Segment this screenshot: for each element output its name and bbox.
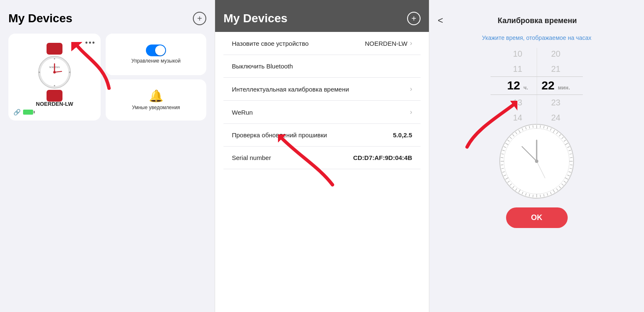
hour-12-selected: 12 ч.	[499, 76, 537, 95]
watch-image: NOERDEN	[31, 43, 78, 97]
svg-line-47	[533, 195, 533, 197]
feature-card-notifications[interactable]: 🔔 Умные уведомления	[106, 79, 206, 121]
panel1-header: My Devices +	[8, 12, 206, 25]
minutes-column[interactable]: 20 21 22 мин. 23 24	[537, 48, 575, 123]
min-23: 23	[537, 95, 575, 110]
hour-unit: ч.	[523, 84, 528, 91]
hour-13: 13	[499, 95, 537, 110]
svg-line-75	[533, 125, 533, 128]
settings-item-bluetooth[interactable]: Выключить Bluetooth	[223, 55, 421, 78]
panel2-header: My Devices +	[215, 0, 429, 32]
chevron-icon-werun: ›	[410, 108, 412, 116]
settings-label-calibration: Интеллектуальная калибровка времени	[232, 86, 349, 93]
svg-point-11	[69, 72, 70, 73]
panel2-title: My Devices	[223, 12, 288, 25]
settings-item-werun[interactable]: WeRun ›	[223, 101, 421, 124]
hour-11: 11	[499, 61, 537, 76]
panel-time-calibration: < Калибровка времени Укажите время, отоб…	[429, 0, 644, 312]
back-button[interactable]: <	[438, 15, 443, 26]
device-name: NOERDEN-LW	[13, 101, 96, 107]
hour-10: 10	[499, 48, 537, 61]
music-label: Управление музыкой	[131, 58, 180, 64]
min-21: 21	[537, 61, 575, 76]
svg-point-7	[53, 71, 56, 73]
svg-line-45	[540, 195, 540, 197]
svg-point-79	[535, 160, 538, 163]
devices-grid: ••• NOERDEN	[8, 34, 206, 121]
panel2-add-button[interactable]: +	[407, 12, 421, 25]
link-icon: 🔗	[13, 109, 21, 115]
svg-line-60	[501, 165, 503, 165]
device-status: 🔗	[13, 109, 96, 115]
hour-14: 14	[499, 110, 537, 123]
svg-rect-0	[47, 43, 62, 55]
svg-line-32	[570, 165, 573, 165]
notifications-label: Умные уведомления	[132, 105, 180, 110]
svg-point-10	[39, 72, 40, 73]
settings-item-name[interactable]: Назовите свое устройство NOERDEN-LW ›	[223, 32, 421, 55]
panel3-header: < Калибровка времени	[438, 12, 636, 26]
hours-column[interactable]: 10 11 12 ч. 13 14	[499, 48, 537, 123]
svg-line-30	[570, 157, 573, 158]
add-device-button[interactable]: +	[193, 12, 206, 25]
serial-number-value: CD:D7:AF:9D:04:4B	[353, 154, 412, 161]
min-22-selected: 22 мин.	[537, 76, 575, 95]
ok-button[interactable]: OK	[506, 207, 568, 228]
svg-rect-1	[47, 90, 62, 102]
feature-card-music[interactable]: Управление музыкой	[106, 34, 206, 75]
settings-list: Назовите свое устройство NOERDEN-LW › Вы…	[223, 32, 421, 169]
settings-item-calibration[interactable]: Интеллектуальная калибровка времени ›	[223, 78, 421, 101]
min-20: 20	[537, 48, 575, 61]
settings-label-bluetooth: Выключить Bluetooth	[232, 63, 293, 70]
settings-item-serial[interactable]: Serial number CD:D7:AF:9D:04:4B	[223, 147, 421, 169]
settings-label-serial: Serial number	[232, 154, 271, 161]
settings-label-werun: WeRun	[232, 109, 253, 116]
svg-point-8	[54, 58, 55, 60]
chevron-icon-calibration: ›	[410, 85, 412, 93]
time-picker[interactable]: 10 11 12 ч. 13 14 20 21 22 мин. 23 24	[438, 48, 636, 123]
panel1-title: My Devices	[8, 12, 73, 25]
device-card-noerden[interactable]: ••• NOERDEN	[8, 34, 101, 121]
minute-unit: мин.	[558, 84, 570, 91]
panel-device-settings: My Devices + Назовите свое устройство NO…	[215, 0, 429, 312]
settings-label-firmware: Проверка обновлений прошивки	[232, 131, 327, 139]
panel-my-devices: My Devices + ••• NOERDEN	[0, 0, 215, 312]
svg-point-9	[54, 85, 55, 87]
firmware-version: 5.0,2.5	[393, 131, 412, 139]
chevron-icon-name: ›	[410, 39, 412, 47]
battery-indicator	[23, 110, 33, 115]
settings-label-name: Назовите свое устройство	[232, 40, 309, 47]
calibration-title: Калибровка времени	[448, 16, 636, 25]
settings-item-firmware[interactable]: Проверка обновлений прошивки 5.0,2.5	[223, 124, 421, 147]
svg-line-62	[501, 157, 503, 158]
notification-icon: 🔔	[149, 89, 164, 103]
feature-cards: Управление музыкой 🔔 Умные уведомления	[106, 34, 206, 121]
device-name-value: NOERDEN-LW	[365, 40, 407, 47]
min-24: 24	[537, 110, 575, 123]
svg-line-17	[540, 125, 540, 128]
settings-value-name: NOERDEN-LW ›	[365, 39, 412, 47]
device-menu-dots[interactable]: •••	[85, 39, 96, 47]
analog-clock	[438, 123, 636, 199]
calibration-subtitle: Укажите время, отображаемое на часах	[438, 34, 636, 41]
music-toggle[interactable]	[146, 45, 166, 56]
